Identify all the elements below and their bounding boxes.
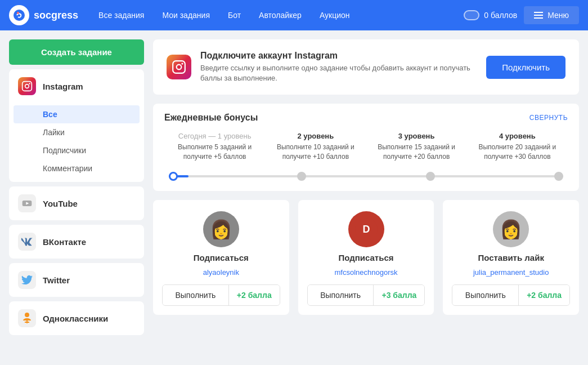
collapse-bonuses-button[interactable]: СВЕРНУТЬ <box>529 114 568 122</box>
task-avatar-2: D <box>348 211 384 247</box>
connect-banner: Подключите аккаунт Instagram Введите ссы… <box>153 39 579 95</box>
nav-autoliker[interactable]: Автолайкер <box>252 7 308 23</box>
task-username-3: julia_permanent_studio <box>473 268 549 277</box>
logo-text: socgress <box>34 10 78 21</box>
instagram-icon <box>18 77 36 95</box>
bonus-level-1-title: Сегодня — 1 уровень <box>169 132 261 140</box>
logo[interactable]: socgress <box>9 5 78 25</box>
task-card-2-footer: Выполнить +3 балла <box>307 284 425 306</box>
svg-rect-9 <box>173 61 185 73</box>
sidebar-ok-section: Одноклассники <box>9 301 144 335</box>
task-points-1: +2 балла <box>228 285 280 305</box>
sidebar-instagram-section: Instagram Все Лайки Подписчики Комментар… <box>9 69 144 182</box>
progress-dots <box>169 172 563 181</box>
bonus-levels: Сегодня — 1 уровень Выполните 5 заданий … <box>164 132 568 162</box>
bonus-level-3-title: 3 уровень <box>371 132 463 140</box>
task-username-2: mfcsolnechnogorsk <box>335 268 398 277</box>
bonus-level-1-desc: Выполните 5 заданий и получите +5 баллов <box>169 143 261 162</box>
svg-point-7 <box>25 313 29 317</box>
sidebar-item-instagram[interactable]: Instagram <box>9 69 144 103</box>
header: socgress Все задания Мои задания Бот Авт… <box>0 0 588 30</box>
menu-button[interactable]: Меню <box>524 6 579 24</box>
points-value: 0 баллов <box>484 11 517 20</box>
hamburger-icon <box>534 12 543 19</box>
sidebar: Создать задание Instagram Все Лайки Подп… <box>9 39 144 335</box>
connect-banner-title: Подключите аккаунт Instagram <box>200 51 477 61</box>
sidebar-subitem-likes[interactable]: Лайки <box>9 123 144 141</box>
main-content: Подключите аккаунт Instagram Введите ссы… <box>153 39 579 335</box>
task-card-3: 👩 Поставить лайк julia_permanent_studio … <box>443 200 579 315</box>
points-badge: 0 баллов <box>464 10 517 20</box>
task-cards: 👩 Подписаться alyaoleynik Выполнить +2 б… <box>153 200 579 315</box>
progress-dot-4 <box>554 172 563 181</box>
instagram-label: Instagram <box>43 82 83 91</box>
bonus-level-2-desc: Выполните 10 заданий и получите +10 балл… <box>270 143 361 162</box>
sidebar-item-vkontakte[interactable]: ВКонтакте <box>9 225 144 259</box>
task-execute-btn-1[interactable]: Выполнить <box>163 285 228 305</box>
bonuses-section: Ежедневные бонусы СВЕРНУТЬ Сегодня — 1 у… <box>153 104 579 191</box>
task-execute-btn-3[interactable]: Выполнить <box>452 285 518 305</box>
bonus-level-4: 4 уровень Выполните 20 заданий и получит… <box>467 132 568 162</box>
svg-point-10 <box>177 65 182 70</box>
sidebar-subitem-followers[interactable]: Подписчики <box>9 141 144 159</box>
nav-my-tasks[interactable]: Мои задания <box>155 7 217 23</box>
create-task-button[interactable]: Создать задание <box>9 39 144 65</box>
youtube-icon <box>18 194 36 212</box>
nav-auction[interactable]: Аукцион <box>313 7 357 23</box>
nav-all-tasks[interactable]: Все задания <box>92 7 151 23</box>
bonus-level-1: Сегодня — 1 уровень Выполните 5 заданий … <box>164 132 265 162</box>
sidebar-item-twitter[interactable]: Twitter <box>9 263 144 297</box>
bonuses-header: Ежедневные бонусы СВЕРНУТЬ <box>164 113 568 123</box>
task-avatar-1: 👩 <box>203 211 239 247</box>
task-execute-btn-2[interactable]: Выполнить <box>308 285 374 305</box>
twitter-label: Twitter <box>43 275 70 285</box>
task-card-3-footer: Выполнить +2 балла <box>452 284 570 306</box>
sidebar-vk-section: ВКонтакте <box>9 225 144 259</box>
sidebar-subitem-comments[interactable]: Комментарии <box>9 159 144 177</box>
svg-text:D: D <box>362 224 370 235</box>
progress-dot-3 <box>426 172 435 181</box>
connect-banner-text: Подключите аккаунт Instagram Введите ссы… <box>200 51 477 83</box>
task-points-3: +2 балла <box>518 285 569 305</box>
ok-label: Одноклассники <box>43 314 108 323</box>
task-action-2: Подписаться <box>338 253 393 262</box>
progress-dot-1 <box>169 172 178 181</box>
nav-bot[interactable]: Бот <box>221 7 248 23</box>
task-card-1-footer: Выполнить +2 балла <box>162 284 280 306</box>
svg-point-3 <box>25 84 29 88</box>
bonus-level-3: 3 уровень Выполните 15 заданий и получит… <box>366 132 467 162</box>
svg-rect-2 <box>23 82 32 91</box>
task-card-1: 👩 Подписаться alyaoleynik Выполнить +2 б… <box>153 200 289 315</box>
logo-icon <box>9 5 29 25</box>
header-right: 0 баллов Меню <box>464 6 579 24</box>
svg-point-0 <box>14 10 25 21</box>
sidebar-subitem-all[interactable]: Все <box>14 105 140 123</box>
task-action-3: Поставить лайк <box>478 253 544 262</box>
bonus-level-4-title: 4 уровень <box>472 132 563 140</box>
svg-point-4 <box>29 83 30 84</box>
menu-label: Меню <box>547 11 569 20</box>
connect-banner-description: Введите ссылку и выполните одно задание … <box>200 63 477 83</box>
points-icon <box>464 10 479 20</box>
youtube-label: YouTube <box>43 199 78 208</box>
task-points-2: +3 балла <box>373 285 424 305</box>
connect-instagram-icon <box>167 55 191 79</box>
sidebar-item-odnoklassniki[interactable]: Одноклассники <box>9 301 144 335</box>
progress-dot-2 <box>297 172 306 181</box>
bonuses-title: Ежедневные бонусы <box>164 113 258 123</box>
instagram-subitems: Все Лайки Подписчики Комментарии <box>9 103 144 182</box>
svg-point-11 <box>181 63 183 65</box>
task-avatar-3: 👩 <box>493 211 529 247</box>
bonus-level-2-title: 2 уровень <box>270 132 361 140</box>
ok-icon <box>18 309 36 327</box>
connect-button[interactable]: Подключить <box>486 56 565 79</box>
task-username-1: alyaoleynik <box>203 268 239 277</box>
task-action-1: Подписаться <box>194 253 249 262</box>
sidebar-item-youtube[interactable]: YouTube <box>9 186 144 220</box>
task-card-2: D Подписаться mfcsolnechnogorsk Выполнит… <box>298 200 434 315</box>
twitter-icon <box>18 271 36 289</box>
bonus-level-4-desc: Выполните 20 заданий и получите +30 балл… <box>472 143 563 162</box>
vk-icon <box>18 233 36 251</box>
sidebar-youtube-section: YouTube <box>9 186 144 220</box>
vk-label: ВКонтакте <box>43 237 86 247</box>
